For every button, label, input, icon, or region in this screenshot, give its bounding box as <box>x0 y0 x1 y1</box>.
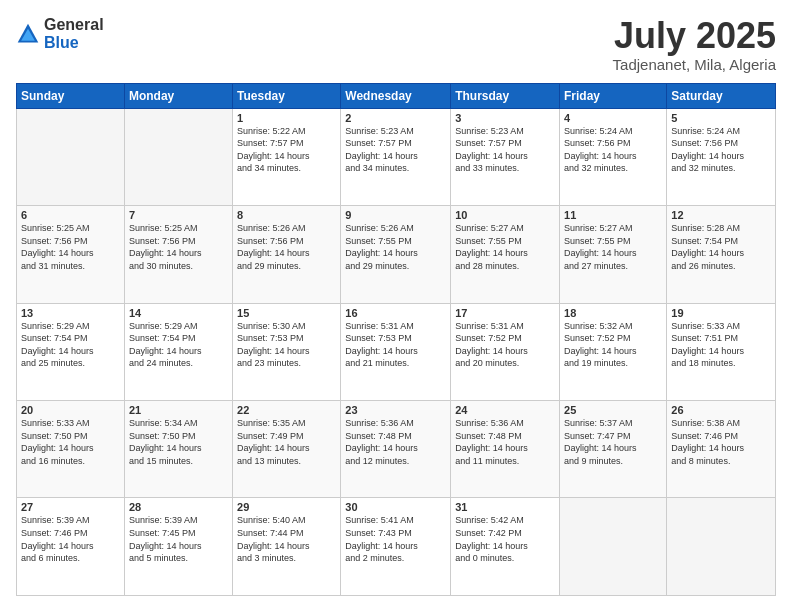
page: General Blue July 2025 Tadjenanet, Mila,… <box>0 0 792 612</box>
weekday-header: Tuesday <box>233 83 341 108</box>
day-number: 21 <box>129 404 228 416</box>
day-number: 31 <box>455 501 555 513</box>
day-number: 4 <box>564 112 662 124</box>
logo-icon <box>16 22 40 46</box>
calendar-cell: 28Sunrise: 5:39 AM Sunset: 7:45 PM Dayli… <box>124 498 232 596</box>
day-info: Sunrise: 5:36 AM Sunset: 7:48 PM Dayligh… <box>345 417 446 467</box>
day-info: Sunrise: 5:31 AM Sunset: 7:52 PM Dayligh… <box>455 320 555 370</box>
weekday-header: Friday <box>560 83 667 108</box>
day-info: Sunrise: 5:31 AM Sunset: 7:53 PM Dayligh… <box>345 320 446 370</box>
calendar-week-row: 13Sunrise: 5:29 AM Sunset: 7:54 PM Dayli… <box>17 303 776 400</box>
day-info: Sunrise: 5:37 AM Sunset: 7:47 PM Dayligh… <box>564 417 662 467</box>
day-number: 27 <box>21 501 120 513</box>
logo-general-label: General <box>44 16 104 34</box>
day-number: 6 <box>21 209 120 221</box>
logo: General Blue <box>16 16 104 51</box>
calendar-cell: 9Sunrise: 5:26 AM Sunset: 7:55 PM Daylig… <box>341 206 451 303</box>
day-number: 20 <box>21 404 120 416</box>
day-number: 3 <box>455 112 555 124</box>
calendar-cell: 17Sunrise: 5:31 AM Sunset: 7:52 PM Dayli… <box>451 303 560 400</box>
calendar-cell: 15Sunrise: 5:30 AM Sunset: 7:53 PM Dayli… <box>233 303 341 400</box>
calendar-cell: 24Sunrise: 5:36 AM Sunset: 7:48 PM Dayli… <box>451 401 560 498</box>
day-info: Sunrise: 5:32 AM Sunset: 7:52 PM Dayligh… <box>564 320 662 370</box>
day-number: 24 <box>455 404 555 416</box>
day-info: Sunrise: 5:41 AM Sunset: 7:43 PM Dayligh… <box>345 514 446 564</box>
day-number: 12 <box>671 209 771 221</box>
day-info: Sunrise: 5:39 AM Sunset: 7:45 PM Dayligh… <box>129 514 228 564</box>
calendar-cell <box>667 498 776 596</box>
weekday-header: Sunday <box>17 83 125 108</box>
calendar-cell: 21Sunrise: 5:34 AM Sunset: 7:50 PM Dayli… <box>124 401 232 498</box>
calendar-cell: 6Sunrise: 5:25 AM Sunset: 7:56 PM Daylig… <box>17 206 125 303</box>
day-number: 30 <box>345 501 446 513</box>
calendar-cell: 26Sunrise: 5:38 AM Sunset: 7:46 PM Dayli… <box>667 401 776 498</box>
calendar-cell: 27Sunrise: 5:39 AM Sunset: 7:46 PM Dayli… <box>17 498 125 596</box>
day-info: Sunrise: 5:33 AM Sunset: 7:51 PM Dayligh… <box>671 320 771 370</box>
calendar-cell: 2Sunrise: 5:23 AM Sunset: 7:57 PM Daylig… <box>341 108 451 205</box>
day-info: Sunrise: 5:27 AM Sunset: 7:55 PM Dayligh… <box>564 222 662 272</box>
calendar-cell: 5Sunrise: 5:24 AM Sunset: 7:56 PM Daylig… <box>667 108 776 205</box>
calendar-cell: 29Sunrise: 5:40 AM Sunset: 7:44 PM Dayli… <box>233 498 341 596</box>
calendar-cell: 30Sunrise: 5:41 AM Sunset: 7:43 PM Dayli… <box>341 498 451 596</box>
day-number: 25 <box>564 404 662 416</box>
day-info: Sunrise: 5:27 AM Sunset: 7:55 PM Dayligh… <box>455 222 555 272</box>
weekday-header: Monday <box>124 83 232 108</box>
day-info: Sunrise: 5:28 AM Sunset: 7:54 PM Dayligh… <box>671 222 771 272</box>
day-info: Sunrise: 5:30 AM Sunset: 7:53 PM Dayligh… <box>237 320 336 370</box>
day-number: 28 <box>129 501 228 513</box>
day-number: 8 <box>237 209 336 221</box>
calendar-cell: 18Sunrise: 5:32 AM Sunset: 7:52 PM Dayli… <box>560 303 667 400</box>
day-info: Sunrise: 5:26 AM Sunset: 7:55 PM Dayligh… <box>345 222 446 272</box>
day-info: Sunrise: 5:40 AM Sunset: 7:44 PM Dayligh… <box>237 514 336 564</box>
day-info: Sunrise: 5:25 AM Sunset: 7:56 PM Dayligh… <box>129 222 228 272</box>
day-info: Sunrise: 5:36 AM Sunset: 7:48 PM Dayligh… <box>455 417 555 467</box>
day-number: 13 <box>21 307 120 319</box>
calendar-cell: 14Sunrise: 5:29 AM Sunset: 7:54 PM Dayli… <box>124 303 232 400</box>
day-info: Sunrise: 5:22 AM Sunset: 7:57 PM Dayligh… <box>237 125 336 175</box>
calendar-cell: 20Sunrise: 5:33 AM Sunset: 7:50 PM Dayli… <box>17 401 125 498</box>
calendar-cell <box>560 498 667 596</box>
day-number: 2 <box>345 112 446 124</box>
day-number: 5 <box>671 112 771 124</box>
calendar-cell: 19Sunrise: 5:33 AM Sunset: 7:51 PM Dayli… <box>667 303 776 400</box>
calendar-week-row: 27Sunrise: 5:39 AM Sunset: 7:46 PM Dayli… <box>17 498 776 596</box>
day-info: Sunrise: 5:25 AM Sunset: 7:56 PM Dayligh… <box>21 222 120 272</box>
calendar-week-row: 20Sunrise: 5:33 AM Sunset: 7:50 PM Dayli… <box>17 401 776 498</box>
location: Tadjenanet, Mila, Algeria <box>613 56 776 73</box>
calendar-cell: 1Sunrise: 5:22 AM Sunset: 7:57 PM Daylig… <box>233 108 341 205</box>
day-info: Sunrise: 5:38 AM Sunset: 7:46 PM Dayligh… <box>671 417 771 467</box>
day-number: 22 <box>237 404 336 416</box>
day-info: Sunrise: 5:29 AM Sunset: 7:54 PM Dayligh… <box>129 320 228 370</box>
day-number: 23 <box>345 404 446 416</box>
day-info: Sunrise: 5:34 AM Sunset: 7:50 PM Dayligh… <box>129 417 228 467</box>
calendar-cell: 4Sunrise: 5:24 AM Sunset: 7:56 PM Daylig… <box>560 108 667 205</box>
calendar-cell: 31Sunrise: 5:42 AM Sunset: 7:42 PM Dayli… <box>451 498 560 596</box>
calendar-cell: 12Sunrise: 5:28 AM Sunset: 7:54 PM Dayli… <box>667 206 776 303</box>
calendar-cell: 8Sunrise: 5:26 AM Sunset: 7:56 PM Daylig… <box>233 206 341 303</box>
day-number: 7 <box>129 209 228 221</box>
day-number: 19 <box>671 307 771 319</box>
calendar-cell: 25Sunrise: 5:37 AM Sunset: 7:47 PM Dayli… <box>560 401 667 498</box>
day-number: 18 <box>564 307 662 319</box>
day-info: Sunrise: 5:42 AM Sunset: 7:42 PM Dayligh… <box>455 514 555 564</box>
day-number: 29 <box>237 501 336 513</box>
weekday-header-row: SundayMondayTuesdayWednesdayThursdayFrid… <box>17 83 776 108</box>
weekday-header: Saturday <box>667 83 776 108</box>
day-number: 15 <box>237 307 336 319</box>
day-number: 9 <box>345 209 446 221</box>
calendar-week-row: 1Sunrise: 5:22 AM Sunset: 7:57 PM Daylig… <box>17 108 776 205</box>
day-number: 1 <box>237 112 336 124</box>
day-info: Sunrise: 5:29 AM Sunset: 7:54 PM Dayligh… <box>21 320 120 370</box>
day-info: Sunrise: 5:35 AM Sunset: 7:49 PM Dayligh… <box>237 417 336 467</box>
calendar-table: SundayMondayTuesdayWednesdayThursdayFrid… <box>16 83 776 596</box>
day-info: Sunrise: 5:24 AM Sunset: 7:56 PM Dayligh… <box>564 125 662 175</box>
day-number: 14 <box>129 307 228 319</box>
day-number: 10 <box>455 209 555 221</box>
weekday-header: Wednesday <box>341 83 451 108</box>
calendar-cell: 7Sunrise: 5:25 AM Sunset: 7:56 PM Daylig… <box>124 206 232 303</box>
day-info: Sunrise: 5:23 AM Sunset: 7:57 PM Dayligh… <box>345 125 446 175</box>
calendar-cell <box>17 108 125 205</box>
day-number: 16 <box>345 307 446 319</box>
calendar-cell: 23Sunrise: 5:36 AM Sunset: 7:48 PM Dayli… <box>341 401 451 498</box>
logo-text: General Blue <box>44 16 104 51</box>
